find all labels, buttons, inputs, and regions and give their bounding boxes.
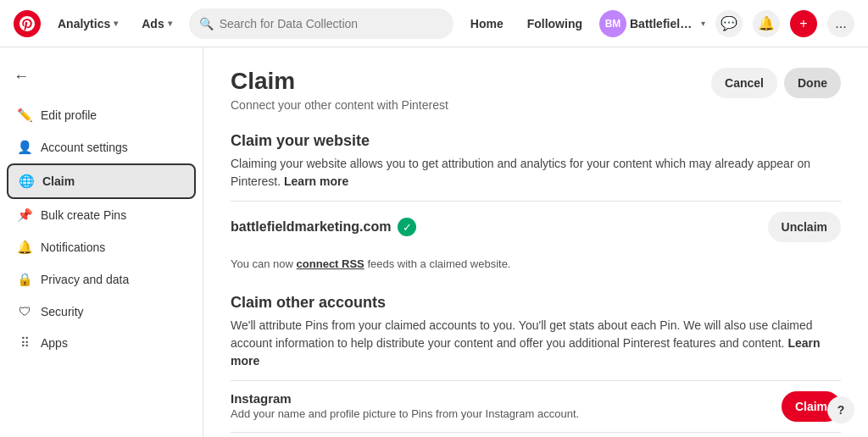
claim-website-learn-more[interactable]: Learn more bbox=[284, 174, 348, 188]
main-content: Claim Connect your other content with Pi… bbox=[203, 47, 868, 437]
sidebar-item-label: Account settings bbox=[41, 141, 128, 154]
sidebar-item-notifications[interactable]: 🔔 Notifications bbox=[7, 231, 196, 263]
avatar: BM bbox=[599, 10, 626, 37]
sidebar-item-bulk-create-pins[interactable]: 📌 Bulk create Pins bbox=[7, 199, 196, 231]
website-row: battlefieldmarketing.com ✓ Unclaim bbox=[231, 201, 841, 252]
claim-accounts-section: Claim other accounts We'll attribute Pin… bbox=[231, 294, 841, 437]
notifications-button[interactable]: 🔔 bbox=[753, 10, 780, 37]
ads-chevron-icon: ▾ bbox=[168, 19, 172, 28]
user-chevron-icon: ▾ bbox=[701, 19, 705, 28]
user-name: Battlefield M... bbox=[630, 17, 698, 30]
instagram-row: Instagram Add your name and profile pict… bbox=[231, 380, 841, 432]
ads-nav[interactable]: Ads ▾ bbox=[135, 12, 178, 36]
more-button[interactable]: ... bbox=[827, 10, 854, 37]
sidebar-item-security[interactable]: 🛡 Security bbox=[7, 296, 196, 327]
search-bar: 🔍 bbox=[189, 8, 453, 39]
sidebar-item-claim[interactable]: 🌐 Claim bbox=[7, 163, 196, 199]
account-icon: 👤 bbox=[17, 140, 32, 155]
add-button[interactable]: + bbox=[790, 10, 817, 37]
sidebar-item-apps[interactable]: ⠿ Apps bbox=[7, 327, 196, 359]
search-icon: 🔍 bbox=[199, 17, 214, 30]
top-navigation: Analytics ▾ Ads ▾ 🔍 Home Following BM Ba… bbox=[0, 0, 868, 47]
bell-icon: 🔔 bbox=[17, 240, 32, 255]
instagram-info: Instagram Add your name and profile pict… bbox=[231, 391, 768, 420]
nav-right: Home Following BM Battlefield M... ▾ 💬 🔔… bbox=[464, 10, 854, 37]
claim-website-section: Claim your website Claiming your website… bbox=[231, 132, 841, 270]
sidebar-item-label: Security bbox=[41, 305, 84, 318]
instagram-name: Instagram bbox=[231, 391, 768, 406]
analytics-nav[interactable]: Analytics ▾ bbox=[51, 12, 125, 36]
website-note: You can now connect RSS feeds with a cla… bbox=[231, 257, 841, 270]
connect-rss-link[interactable]: connect RSS bbox=[297, 257, 364, 270]
verified-check-icon: ✓ bbox=[398, 218, 416, 236]
instagram-desc: Add your name and profile picture to Pin… bbox=[231, 407, 768, 420]
page-layout: ← ✏️ Edit profile 👤 Account settings 🌐 C… bbox=[0, 47, 868, 437]
pinterest-logo[interactable] bbox=[14, 10, 41, 37]
page-title: Claim bbox=[231, 68, 448, 95]
analytics-chevron-icon: ▾ bbox=[114, 19, 118, 28]
unclaim-button[interactable]: Unclaim bbox=[768, 212, 841, 242]
page-header: Claim Connect your other content with Pi… bbox=[231, 68, 841, 112]
sidebar: ← ✏️ Edit profile 👤 Account settings 🌐 C… bbox=[0, 47, 203, 437]
messages-button[interactable]: 💬 bbox=[715, 10, 743, 37]
help-button[interactable]: ? bbox=[827, 396, 854, 423]
claim-accounts-desc: We'll attribute Pins from your claimed a… bbox=[231, 317, 841, 370]
cancel-button[interactable]: Cancel bbox=[711, 68, 777, 98]
home-link[interactable]: Home bbox=[464, 12, 510, 36]
sidebar-item-label: Bulk create Pins bbox=[41, 208, 126, 222]
sidebar-item-edit-profile[interactable]: ✏️ Edit profile bbox=[7, 99, 196, 131]
following-link[interactable]: Following bbox=[520, 12, 589, 36]
page-title-wrap: Claim Connect your other content with Pi… bbox=[231, 68, 448, 112]
sidebar-item-privacy-and-data[interactable]: 🔒 Privacy and data bbox=[7, 263, 196, 296]
etsy-row: Etsy Add your name and profile picture t… bbox=[231, 432, 841, 437]
claim-icon: 🌐 bbox=[19, 174, 34, 189]
header-buttons: Cancel Done bbox=[711, 68, 841, 98]
page-subtitle: Connect your other content with Pinteres… bbox=[231, 98, 448, 112]
apps-icon: ⠿ bbox=[17, 335, 32, 351]
lock-icon: 🔒 bbox=[17, 272, 32, 287]
bulk-pins-icon: 📌 bbox=[17, 207, 32, 223]
sidebar-item-label: Privacy and data bbox=[41, 273, 129, 286]
claim-website-title: Claim your website bbox=[231, 132, 841, 150]
sidebar-item-label: Edit profile bbox=[41, 108, 97, 122]
edit-icon: ✏️ bbox=[17, 108, 32, 123]
claim-accounts-title: Claim other accounts bbox=[231, 294, 841, 312]
website-name: battlefieldmarketing.com bbox=[231, 219, 391, 235]
search-input[interactable] bbox=[189, 8, 453, 39]
back-button[interactable]: ← bbox=[7, 61, 196, 92]
user-avatar-wrap[interactable]: BM Battlefield M... ▾ bbox=[599, 10, 705, 37]
sidebar-item-label: Apps bbox=[41, 336, 68, 350]
shield-icon: 🛡 bbox=[17, 304, 32, 318]
done-button[interactable]: Done bbox=[784, 68, 841, 98]
sidebar-item-label: Notifications bbox=[41, 241, 105, 254]
website-info: battlefieldmarketing.com ✓ bbox=[231, 218, 416, 236]
sidebar-item-label: Claim bbox=[42, 174, 75, 188]
sidebar-item-account-settings[interactable]: 👤 Account settings bbox=[7, 131, 196, 163]
claim-website-desc: Claiming your website allows you to get … bbox=[231, 155, 841, 191]
